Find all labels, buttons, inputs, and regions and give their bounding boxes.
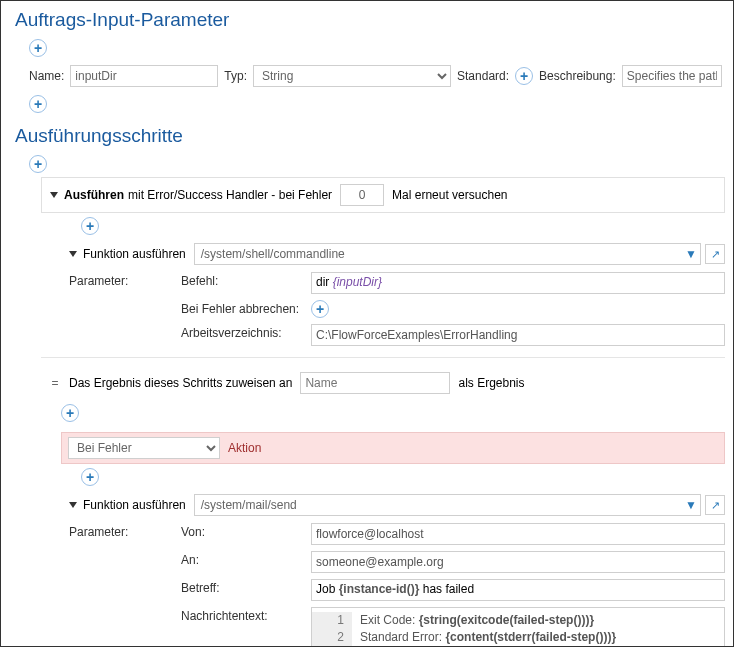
func-exec-label-1: Funktion ausführen <box>83 247 186 261</box>
to-input[interactable] <box>311 551 725 573</box>
type-select[interactable]: String <box>253 65 451 87</box>
error-handler-bar: Bei Fehler Aktion <box>61 432 725 464</box>
desc-input[interactable] <box>622 65 722 87</box>
body-code-input[interactable]: 1Exit Code: {string(exitcode(failed-step… <box>311 607 725 647</box>
param-label-2: Parameter: <box>69 523 181 539</box>
equals-icon: = <box>49 376 61 390</box>
section-title-input-params: Auftrags-Input-Parameter <box>1 1 733 35</box>
desc-label: Beschreibung: <box>539 69 616 83</box>
subj-input[interactable]: Job {instance-id()} has failed <box>311 579 725 601</box>
to-label: An: <box>181 551 311 567</box>
standard-label: Standard: <box>457 69 509 83</box>
add-param-button-top[interactable]: + <box>29 39 47 57</box>
add-param-button-bottom[interactable]: + <box>29 95 47 113</box>
add-substep-button-1[interactable]: + <box>81 217 99 235</box>
chevron-down-icon[interactable]: ▼ <box>682 247 700 261</box>
popout-button-1[interactable]: ↗ <box>705 244 725 264</box>
func2-path: /system/mail/send <box>195 496 682 514</box>
func1-path: /system/shell/commandline <box>195 245 682 263</box>
separator <box>41 357 725 358</box>
retry-suffix: Mal erneut versuchen <box>392 188 507 202</box>
cmd-label: Befehl: <box>181 272 311 288</box>
assign-input[interactable] <box>300 372 450 394</box>
from-label: Von: <box>181 523 311 539</box>
expand-icon[interactable] <box>50 192 58 198</box>
expand-func2-icon[interactable] <box>69 502 77 508</box>
execute-suffix: mit Error/Success Handler - bei Fehler <box>128 188 332 202</box>
error-condition-select[interactable]: Bei Fehler <box>68 437 220 459</box>
subj-label: Betreff: <box>181 579 311 595</box>
cmd-value-var[interactable]: {inputDir} <box>333 275 382 289</box>
workdir-input[interactable] <box>311 324 725 346</box>
section-title-steps: Ausführungsschritte <box>1 117 733 151</box>
workdir-label: Arbeitsverzeichnis: <box>181 324 311 340</box>
name-label: Name: <box>29 69 64 83</box>
param-label-1: Parameter: <box>69 272 181 288</box>
chevron-down-icon-2[interactable]: ▼ <box>682 498 700 512</box>
func1-path-select[interactable]: /system/shell/commandline ▼ <box>194 243 701 265</box>
func-exec-label-2: Funktion ausführen <box>83 498 186 512</box>
retry-input[interactable] <box>340 184 384 206</box>
add-step-button-top[interactable]: + <box>29 155 47 173</box>
abort-label-1: Bei Fehler abbrechen: <box>181 300 311 316</box>
action-label: Aktion <box>228 441 261 455</box>
execute-header-row: Ausführen mit Error/Success Handler - be… <box>41 177 725 213</box>
body-label: Nachrichtentext: <box>181 607 311 623</box>
expand-func1-icon[interactable] <box>69 251 77 257</box>
popout-button-2[interactable]: ↗ <box>705 495 725 515</box>
assign-suffix: als Ergebnis <box>458 376 524 390</box>
add-substep-button-2[interactable]: + <box>81 468 99 486</box>
cmd-value-prefix[interactable]: dir <box>316 275 333 289</box>
name-input[interactable] <box>70 65 218 87</box>
type-label: Typ: <box>224 69 247 83</box>
assign-prefix: Das Ergebnis dieses Schritts zuweisen an <box>69 376 292 390</box>
abort-add-button-1[interactable]: + <box>311 300 329 318</box>
execute-label: Ausführen <box>64 188 124 202</box>
from-input[interactable] <box>311 523 725 545</box>
add-standard-button[interactable]: + <box>515 67 533 85</box>
add-assign-button[interactable]: + <box>61 404 79 422</box>
func2-path-select[interactable]: /system/mail/send ▼ <box>194 494 701 516</box>
